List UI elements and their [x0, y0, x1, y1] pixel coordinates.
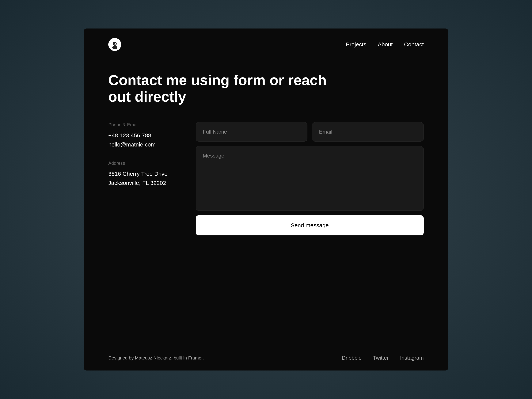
- credit-middle: , built in: [171, 355, 188, 361]
- email-input[interactable]: [312, 122, 424, 142]
- footer-links: Dribbble Twitter Instagram: [342, 355, 424, 361]
- footer: Designed by Mateusz Nieckarz, built in F…: [84, 345, 448, 370]
- address-section: Address 3816 Cherry Tree Drive Jacksonvi…: [108, 161, 180, 188]
- credit-prefix: Designed by: [108, 355, 135, 361]
- address-label: Address: [108, 161, 180, 166]
- main-content: Contact me using form or reach out direc…: [84, 60, 448, 345]
- footer-dribbble[interactable]: Dribbble: [342, 355, 361, 361]
- nav-menu: Projects About Contact: [346, 41, 424, 48]
- contact-info: Phone & Email +48 123 456 788 hello@matn…: [108, 122, 180, 235]
- header: Projects About Contact: [84, 28, 448, 60]
- svg-point-2: [112, 46, 117, 49]
- svg-point-3: [114, 43, 114, 44]
- nav-contact[interactable]: Contact: [404, 41, 424, 48]
- phone-email-section: Phone & Email +48 123 456 788 hello@matn…: [108, 122, 180, 149]
- phone-value: +48 123 456 788 hello@matnie.com: [108, 131, 180, 149]
- full-name-input[interactable]: [196, 122, 307, 142]
- main-window: Projects About Contact Contact me using …: [84, 28, 448, 370]
- email-address: hello@matnie.com: [108, 140, 180, 149]
- message-input[interactable]: [196, 146, 424, 211]
- contact-form: Send message: [196, 122, 424, 235]
- credit-name: Mateusz Nieckarz: [135, 355, 171, 361]
- svg-point-1: [113, 42, 117, 46]
- logo-avatar-icon: [110, 39, 120, 49]
- address-line2: Jacksonville, FL 32202: [108, 178, 180, 188]
- content-grid: Phone & Email +48 123 456 788 hello@matn…: [108, 122, 424, 235]
- credit-tool: Framer.: [188, 355, 204, 361]
- nav-about[interactable]: About: [378, 41, 393, 48]
- phone-number: +48 123 456 788: [108, 131, 180, 140]
- page-title: Contact me using form or reach out direc…: [108, 72, 336, 105]
- send-button[interactable]: Send message: [196, 215, 424, 235]
- phone-email-label: Phone & Email: [108, 122, 180, 127]
- address-line1: 3816 Cherry Tree Drive: [108, 169, 180, 178]
- address-value: 3816 Cherry Tree Drive Jacksonville, FL …: [108, 169, 180, 188]
- nav-projects[interactable]: Projects: [346, 41, 366, 48]
- footer-credit: Designed by Mateusz Nieckarz, built in F…: [108, 355, 204, 361]
- footer-instagram[interactable]: Instagram: [400, 355, 424, 361]
- footer-twitter[interactable]: Twitter: [373, 355, 389, 361]
- form-row-1: [196, 122, 424, 142]
- svg-point-4: [115, 43, 116, 44]
- logo[interactable]: [108, 38, 121, 51]
